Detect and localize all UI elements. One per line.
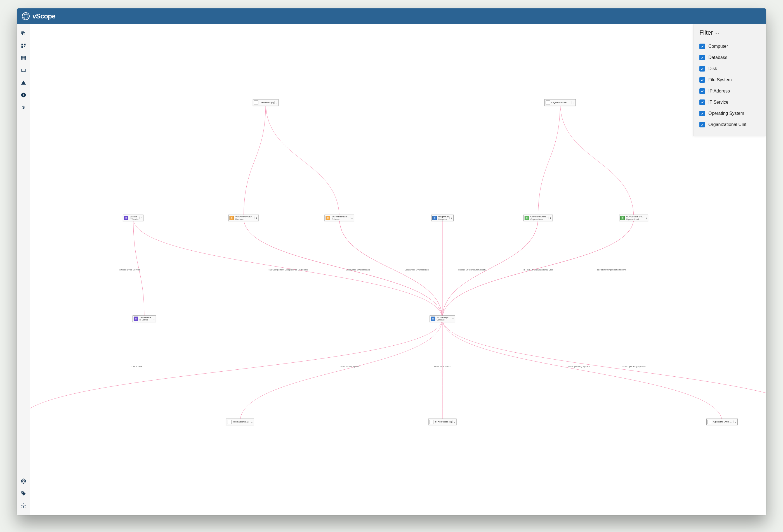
node-action-icon[interactable]: ⤓ [644,217,648,219]
node-grp_ip[interactable]: IP Addresses (2) ⌄ [428,419,457,425]
node-action-icon[interactable]: ⤓ [255,217,259,219]
filter-toggle[interactable]: Filter ︿ [699,29,761,36]
node-action-icon[interactable]: ⌄ [274,101,278,104]
node-title: Databases (2) [260,101,274,104]
edge-label: Is Used By IT Service [118,268,141,271]
node-subtitle: Organizational ... [626,218,644,221]
svg-text:$: $ [22,105,25,109]
node-text: IP Addresses (2) [435,420,452,424]
sidebar-target-icon[interactable] [17,475,30,487]
svg-rect-30 [431,421,432,423]
node-action-icon[interactable]: ⌄ [452,421,456,423]
node-db_scvmm[interactable]: SC-VMM\maste... Database ⤓ [325,214,354,221]
node-svc_vscope[interactable]: vScope IT Service ⌃ [123,214,144,221]
sidebar-billing-icon[interactable]: $ [17,101,30,113]
node-subtitle: Computer [437,319,450,321]
node-type-icon [326,216,330,220]
filter-option-file-system[interactable]: File System [699,74,761,86]
svg-rect-27 [135,318,136,319]
svg-rect-2 [22,46,23,48]
svg-rect-29 [229,421,230,423]
checkbox-checked-icon [699,122,705,127]
node-text: Databases (2) [259,101,274,104]
filter-option-organizational-unit[interactable]: Organizational Unit [699,119,761,130]
node-text: VEEAM90\VEEA... Database [235,215,255,221]
sidebar-play-icon[interactable] [17,89,30,101]
filter-option-database[interactable]: Database [699,52,761,63]
node-svc_test[interactable]: Test service IT Service ⌄ [132,315,156,322]
sidebar-dashboard-icon[interactable] [17,40,30,52]
sidebar-alerts-icon[interactable] [17,76,30,89]
filter-option-label: Organizational Unit [708,122,746,127]
svg-point-16 [23,480,25,482]
node-action-icon[interactable]: ⌄ [733,421,738,423]
edge-label: Hosted By Computer (Host) [458,268,486,271]
node-grp_fs[interactable]: File Systems (2) ⌄ [226,419,254,425]
node-type-icon [545,100,550,105]
node-title: ISL\localsys... [437,317,450,319]
filter-option-ip-address[interactable]: IP Address [699,86,761,97]
svg-rect-1 [24,44,26,45]
sidebar-details-icon[interactable] [17,64,30,76]
node-text: SC-VMM\maste... Database [331,215,350,221]
node-action-icon[interactable]: ⌃ [451,318,455,320]
node-ou_vscope[interactable]: OU=vScope Se... Organizational ... ⤓ [619,214,648,221]
node-text: Niagara.isl Computer [438,215,449,221]
checkbox-checked-icon [699,77,705,83]
filter-panel: Filter ︿ Computer Database Disk File Sys… [693,24,766,136]
node-action-icon[interactable]: ⌄ [250,421,254,423]
svg-point-18 [23,505,24,506]
node-comp_niag[interactable]: Niagara.isl Computer ⤓ [431,214,453,221]
node-grp_ou[interactable]: Organizational Units (2) ⌄ [544,99,576,106]
node-type-icon [431,317,435,321]
checkbox-checked-icon [699,66,705,71]
node-text: Operating Systems (4) [713,420,733,424]
node-action-icon[interactable]: ⤓ [350,217,354,219]
filter-title: Filter [699,29,713,36]
filter-option-it-service[interactable]: IT Service [699,97,761,108]
svg-rect-22 [231,218,232,219]
node-db_veeam[interactable]: VEEAM90\VEEA... Database ⤓ [228,214,259,221]
node-title: File Systems (2) [233,421,249,423]
sidebar-settings-icon[interactable] [17,500,30,512]
filter-option-label: Operating System [708,111,744,116]
node-grp_db[interactable]: Databases (2) ⌄ [253,99,279,106]
node-subtitle: Organizational ... [531,218,548,221]
node-title: SC-VMM\maste... [332,216,349,218]
node-action-icon[interactable]: ⌄ [572,101,575,104]
checkbox-checked-icon [699,55,705,60]
edge-label: Uses Operating System [621,365,646,368]
filter-option-label: Database [708,55,728,60]
sidebar-documents-icon[interactable] [17,27,30,40]
filter-option-operating-system[interactable]: Operating System [699,108,761,119]
node-action-icon[interactable]: ⤓ [549,217,552,219]
node-action-icon[interactable]: ⌃ [139,217,143,219]
node-text: Test service IT Service [139,316,152,322]
filter-option-computer[interactable]: Computer [699,41,761,52]
checkbox-checked-icon [699,43,705,49]
svg-rect-3 [24,46,25,47]
topbar: vScope [17,8,766,24]
filter-option-disk[interactable]: Disk [699,63,761,74]
body: $ Filter ︿ Computer Database Disk [17,24,766,515]
filter-option-label: Computer [708,44,728,49]
svg-rect-26 [622,218,623,219]
sidebar-table-icon[interactable] [17,52,30,64]
node-type-icon [432,216,437,220]
node-grp_os[interactable]: Operating Systems (4) ⌄ [707,419,738,425]
node-title: VEEAM90\VEEA... [236,216,254,218]
node-action-icon[interactable]: ⤓ [449,217,453,219]
node-type-icon [708,420,712,424]
node-text: Organizational Units (2) [551,101,572,104]
node-ou_comp[interactable]: OU=Computers... Organizational ... ⤓ [524,214,553,221]
checkbox-checked-icon [699,111,705,116]
sidebar-tag-icon[interactable] [17,487,30,500]
node-type-icon [227,420,231,424]
svg-point-12 [24,71,25,72]
node-action-icon[interactable]: ⌄ [152,318,156,320]
node-text: File Systems (2) [232,420,250,424]
graph-canvas[interactable]: Filter ︿ Computer Database Disk File Sys… [30,24,766,515]
svg-rect-19 [256,102,257,103]
node-center[interactable]: ISL\localsys... Computer ⌃ [430,315,455,322]
node-title: OU=vScope Se... [626,216,644,218]
